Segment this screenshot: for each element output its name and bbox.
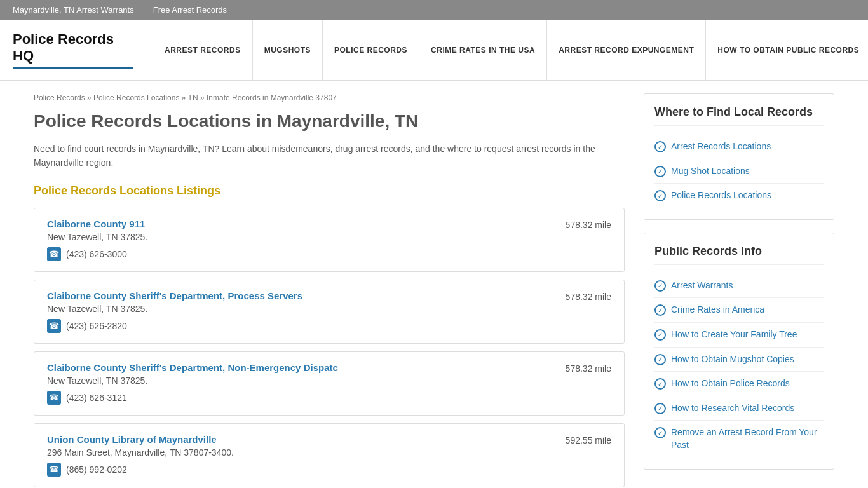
phone-icon: ☎ (47, 391, 61, 405)
listing-card: Union County Library of Maynardville 296… (34, 423, 625, 487)
listing-address: 296 Main Street, Maynardville, TN 37807-… (47, 447, 553, 458)
listing-info: Claiborne County Sheriff's Department, P… (47, 290, 553, 333)
listing-distance: 592.55 mile (566, 434, 611, 445)
listing-card: Claiborne County Sheriff's Department, N… (34, 351, 625, 416)
check-icon: ✓ (654, 304, 666, 316)
listing-phone: ☎ (423) 626-2820 (47, 319, 553, 333)
sidebar-link-remove-arrest-record[interactable]: ✓ Remove an Arrest Record From Your Past (654, 421, 824, 457)
sidebar-box2-title: Public Records Info (654, 245, 824, 265)
sidebar-link-family-tree[interactable]: ✓ How to Create Your Family Tree (654, 323, 824, 348)
nav-arrest-records[interactable]: ARREST RECORDS (153, 20, 253, 80)
breadcrumb-police-records[interactable]: Police Records (34, 93, 85, 102)
phone-icon: ☎ (47, 319, 61, 333)
check-icon: ✓ (654, 329, 666, 341)
listing-address: New Tazewell, TN 37825. (47, 304, 553, 314)
breadcrumb-sep1: » (87, 93, 93, 102)
sidebar-link-label: Remove an Arrest Record From Your Past (671, 426, 824, 451)
listing-name[interactable]: Union County Library of Maynardville (47, 434, 553, 445)
listing-distance: 578.32 mile (566, 219, 611, 230)
listing-card: Claiborne County 911 New Tazewell, TN 37… (34, 208, 625, 272)
phone-icon: ☎ (47, 463, 61, 477)
phone-number[interactable]: (423) 626-3000 (66, 249, 127, 259)
content: Police Records » Police Records Location… (34, 93, 625, 488)
breadcrumb-sep2: » (182, 93, 188, 102)
sidebar-box-local-records: Where to Find Local Records ✓ Arrest Rec… (644, 93, 834, 220)
sidebar-link-label: How to Obtain Mugshot Copies (671, 353, 794, 366)
breadcrumb-locations[interactable]: Police Records Locations (93, 93, 179, 102)
check-icon: ✓ (654, 280, 666, 292)
listing-card: Claiborne County Sheriff's Department, P… (34, 280, 625, 344)
nav: ARREST RECORDS MUGSHOTS POLICE RECORDS C… (153, 20, 868, 80)
sidebar-link-arrest-warrants[interactable]: ✓ Arrest Warrants (654, 274, 824, 299)
sidebar-link-label: Police Records Locations (671, 189, 771, 202)
breadcrumb: Police Records » Police Records Location… (34, 93, 625, 102)
phone-icon: ☎ (47, 247, 61, 261)
listing-distance: 578.32 mile (566, 362, 611, 374)
breadcrumb-tn[interactable]: TN (188, 93, 198, 102)
sidebar-link-mug-shot-locations[interactable]: ✓ Mug Shot Locations (654, 159, 824, 184)
sidebar: Where to Find Local Records ✓ Arrest Rec… (644, 93, 834, 488)
main-container: Police Records » Police Records Location… (21, 81, 847, 488)
logo[interactable]: Police Records HQ (13, 20, 153, 80)
topbar-link-free-records[interactable]: Free Arrest Records (153, 5, 227, 15)
nav-obtain-records[interactable]: HOW TO OBTAIN PUBLIC RECORDS (706, 20, 868, 80)
sidebar-link-mugshot-copies[interactable]: ✓ How to Obtain Mugshot Copies (654, 348, 824, 372)
listing-distance: 578.32 mile (566, 290, 611, 302)
sidebar-box1-title: Where to Find Local Records (654, 105, 824, 126)
listing-phone: ☎ (423) 626-3000 (47, 247, 553, 261)
check-icon: ✓ (654, 403, 666, 414)
top-bar: Maynardville, TN Arrest Warrants Free Ar… (0, 0, 868, 20)
sidebar-link-arrest-records-locations[interactable]: ✓ Arrest Records Locations (654, 135, 824, 159)
listing-name[interactable]: Claiborne County Sheriff's Department, P… (47, 290, 553, 301)
sidebar-link-label: Mug Shot Locations (671, 165, 750, 178)
section-title: Police Records Locations Listings (34, 184, 625, 198)
phone-number[interactable]: (423) 626-2820 (66, 321, 127, 331)
sidebar-link-police-records-locations[interactable]: ✓ Police Records Locations (654, 184, 824, 208)
nav-police-records[interactable]: POLICE RECORDS (323, 20, 419, 80)
nav-expungement[interactable]: ARREST RECORD EXPUNGEMENT (547, 20, 706, 80)
breadcrumb-current: Inmate Records in Maynardville 37807 (207, 93, 337, 102)
sidebar-link-label: How to Obtain Police Records (671, 377, 790, 390)
sidebar-link-label: Arrest Records Locations (671, 140, 771, 153)
check-icon: ✓ (654, 190, 666, 201)
header: Police Records HQ ARREST RECORDS MUGSHOT… (0, 20, 868, 81)
listing-address: New Tazewell, TN 37825. (47, 376, 553, 386)
sidebar-link-label: Arrest Warrants (671, 280, 733, 292)
phone-number[interactable]: (865) 992-0202 (66, 464, 127, 475)
check-icon: ✓ (654, 378, 666, 390)
breadcrumb-sep3: » (200, 93, 207, 102)
phone-number[interactable]: (423) 626-3121 (66, 393, 127, 403)
sidebar-link-obtain-police-records[interactable]: ✓ How to Obtain Police Records (654, 372, 824, 396)
sidebar-box-public-records: Public Records Info ✓ Arrest Warrants ✓ … (644, 233, 834, 470)
listing-name[interactable]: Claiborne County Sheriff's Department, N… (47, 362, 553, 373)
nav-crime-rates[interactable]: CRIME RATES IN THE USA (419, 20, 547, 80)
listing-info: Union County Library of Maynardville 296… (47, 434, 553, 477)
check-icon: ✓ (654, 141, 666, 152)
sidebar-link-vital-records[interactable]: ✓ How to Research Vital Records (654, 396, 824, 421)
check-icon: ✓ (654, 354, 666, 365)
listing-address: New Tazewell, TN 37825. (47, 232, 553, 242)
listing-info: Claiborne County Sheriff's Department, N… (47, 362, 553, 405)
listing-info: Claiborne County 911 New Tazewell, TN 37… (47, 219, 553, 261)
listing-name[interactable]: Claiborne County 911 (47, 219, 553, 229)
sidebar-link-label: Crime Rates in America (671, 304, 764, 316)
logo-text: Police Records HQ (13, 31, 133, 69)
check-icon: ✓ (654, 166, 666, 177)
sidebar-link-crime-rates[interactable]: ✓ Crime Rates in America (654, 298, 824, 323)
check-icon: ✓ (654, 427, 666, 438)
listing-phone: ☎ (423) 626-3121 (47, 391, 553, 405)
sidebar-link-label: How to Create Your Family Tree (671, 329, 797, 341)
listing-phone: ☎ (865) 992-0202 (47, 463, 553, 477)
nav-mugshots[interactable]: MUGSHOTS (253, 20, 323, 80)
sidebar-link-label: How to Research Vital Records (671, 402, 794, 415)
page-title: Police Records Locations in Maynardville… (34, 111, 625, 132)
page-description: Need to find court records in Maynardvil… (34, 142, 625, 170)
topbar-link-warrants[interactable]: Maynardville, TN Arrest Warrants (13, 5, 134, 15)
